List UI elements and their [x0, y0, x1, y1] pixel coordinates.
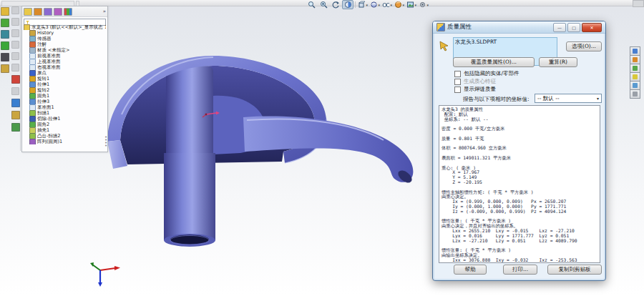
headsup-view-toolbar: ▾ ▾ ▾ ▾ ▾ ▾	[306, 0, 429, 9]
tree-item[interactable]: 右视基准面	[24, 64, 106, 70]
line-icon[interactable]	[1, 19, 9, 27]
tree-item[interactable]: 材质 <未指定>	[24, 47, 106, 53]
featuremanager-panel: » 水龙头3 (默认<<默认>_显示状态 1>) History 传感器 注解 …	[21, 6, 108, 152]
measure-icon[interactable]	[11, 111, 20, 119]
tree-item[interactable]: History	[24, 30, 106, 36]
shield-icon[interactable]	[11, 75, 20, 84]
tree-item[interactable]: 传感器	[24, 36, 106, 41]
toolbar-separator	[355, 1, 356, 8]
featuremanager-tabs: »	[22, 6, 107, 17]
help-button[interactable]: 帮助	[454, 265, 487, 275]
revolve-icon	[29, 87, 36, 93]
corner-icon[interactable]	[1, 30, 9, 39]
forum-tab[interactable]	[630, 89, 640, 99]
tree-item[interactable]: 圆角2	[24, 122, 106, 127]
tab-dimxpert[interactable]	[54, 8, 62, 16]
tree-item[interactable]: 基准面1	[24, 104, 106, 110]
minimize-button[interactable]: —	[553, 23, 566, 32]
annotations-icon	[29, 41, 36, 47]
zoom-area-icon[interactable]	[318, 0, 329, 9]
tree-item[interactable]: 旋转1	[24, 76, 106, 82]
lock-icon[interactable]	[1, 64, 9, 73]
spout-arm[interactable]	[243, 117, 413, 182]
tool-icon[interactable]	[11, 18, 19, 26]
tab-configurationmanager[interactable]	[44, 8, 52, 16]
tube-lower[interactable]	[164, 153, 215, 240]
display-style-icon[interactable]: ▾	[369, 0, 381, 9]
anchor-icon[interactable]	[1, 53, 9, 61]
print-button[interactable]: 打印...	[503, 265, 537, 275]
extrude-icon	[29, 82, 36, 87]
tree-item[interactable]: 扫描1	[24, 110, 106, 116]
edit-appearance-icon[interactable]: ▾	[394, 0, 405, 9]
recalculate-button[interactable]: 重算(R)	[539, 57, 577, 67]
hide-show-items-icon[interactable]: ▾	[381, 0, 393, 9]
mass-properties-report[interactable]: 水龙头3 的质量属性 配置: 默认 坐标系: -- 默认 -- 密度 = 0.0…	[439, 105, 600, 263]
tool-icon[interactable]	[11, 29, 19, 37]
options-button[interactable]: 选项(O)...	[566, 41, 602, 51]
tree-item[interactable]: 旋转2	[24, 87, 106, 93]
tool-icon[interactable]	[11, 64, 19, 71]
point-icon[interactable]	[1, 41, 9, 50]
mate-icon[interactable]	[11, 99, 20, 107]
tab-featuremanager[interactable]	[24, 8, 32, 16]
zoom-fit-icon[interactable]	[306, 0, 317, 9]
sensors-icon	[29, 36, 36, 41]
tree-item[interactable]: 注解	[24, 41, 106, 47]
feature-tree: 水龙头3 (默认<<默认>_显示状态 1>) History 传感器 注解 材质…	[24, 24, 106, 144]
tree-item[interactable]: 圆角1	[24, 93, 106, 99]
checkbox[interactable]	[454, 71, 461, 77]
previous-view-icon[interactable]	[330, 0, 341, 9]
tree-item[interactable]: 拉伸1	[24, 82, 106, 87]
tree-item[interactable]: 阵列(圆周)1	[24, 139, 106, 144]
cut-extrude-icon	[29, 116, 36, 122]
create-com-feature-checkbox-row[interactable]: 生成质心特征	[454, 78, 496, 85]
tab-displaymanager[interactable]	[64, 8, 72, 16]
tool-icon[interactable]	[11, 87, 19, 95]
tree-item[interactable]: 前视基准面	[24, 53, 106, 59]
override-mass-properties-button[interactable]: 覆盖质量属性(O)...	[453, 57, 535, 67]
include-hidden-checkbox-row[interactable]: 包括隐藏的实体/零部件	[454, 70, 519, 77]
show-weld-mass-checkbox-row[interactable]: 显示焊缝质量	[454, 86, 496, 93]
restore-button[interactable]: ▢	[567, 23, 580, 32]
tool-icon[interactable]	[11, 41, 19, 49]
tabs-overflow-button[interactable]: »	[103, 9, 106, 15]
plane-icon	[29, 104, 36, 110]
tree-item[interactable]: 切除-拉伸1	[24, 116, 106, 122]
tool-icon[interactable]	[11, 6, 19, 14]
tab-propertymanager[interactable]	[34, 8, 42, 16]
checkbox[interactable]	[454, 87, 461, 93]
plane-icon	[29, 64, 36, 70]
evaluate-icon[interactable]	[11, 123, 20, 132]
view-orientation-icon[interactable]: ▾	[357, 0, 369, 9]
tube-upper[interactable]	[166, 66, 213, 166]
dialog-titlebar[interactable]: 质量属性 — ▢ ✕	[433, 21, 605, 34]
apply-scene-icon[interactable]: ▾	[406, 0, 417, 9]
report-text: 水龙头3 的质量属性 配置: 默认 坐标系: -- 默认 -- 密度 = 0.0…	[439, 106, 600, 263]
tree-root[interactable]: 水龙头3 (默认<<默认>_显示状态 1>)	[24, 24, 106, 30]
dialog-title: 质量属性	[447, 23, 472, 31]
tree-item[interactable]: 拉伸3	[24, 99, 106, 104]
material-icon	[29, 47, 36, 53]
panel-splitter-handle[interactable]: ••••	[104, 136, 108, 149]
tree-item[interactable]: 原点	[24, 70, 106, 76]
view-settings-icon[interactable]: ▾	[418, 0, 429, 9]
shell-icon	[29, 127, 36, 133]
checkbox[interactable]	[454, 79, 461, 85]
task-pane-tabbar	[630, 47, 640, 99]
copy-to-clipboard-button[interactable]: 复制到剪贴板	[547, 265, 602, 275]
tree-item[interactable]: 上视基准面	[24, 59, 106, 64]
selection-pointer-icon	[439, 40, 450, 54]
tree-item[interactable]: 抽壳1	[24, 127, 106, 133]
origin-icon	[29, 70, 36, 76]
sketch-icon[interactable]	[1, 7, 9, 16]
close-button[interactable]: ✕	[582, 23, 602, 32]
section-view-icon[interactable]	[342, 0, 353, 9]
mass-properties-dialog: 质量属性 — ▢ ✕ 水龙头3.SLDPRT 选项(O)... 覆盖质量属性(O…	[432, 21, 606, 281]
tool-icon[interactable]	[11, 52, 19, 60]
taskpane-corner	[633, 0, 644, 7]
fillet-icon	[29, 122, 36, 127]
tree-item[interactable]: 凸台-扫描2	[24, 133, 106, 139]
coordinate-system-dropdown[interactable]: -- 默认 -- ▾	[535, 94, 602, 103]
coordinate-report-label: 报告与以下项相对的坐标值:	[463, 96, 530, 103]
